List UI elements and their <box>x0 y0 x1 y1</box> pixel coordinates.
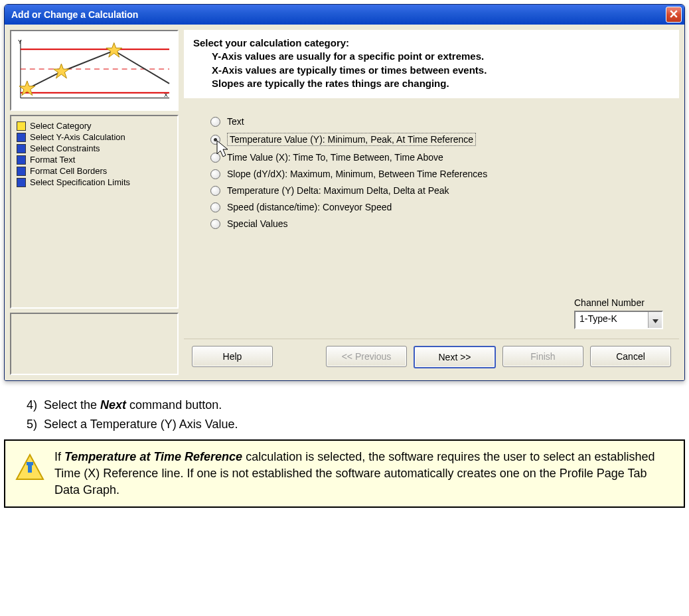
radio-option-time-value[interactable]: Time Value (X): Time To, Time Between, T… <box>210 152 664 163</box>
close-icon <box>670 9 678 20</box>
note-text: If Temperature at Time Reference calcula… <box>54 449 674 499</box>
left-column: Y X Selec <box>10 30 179 375</box>
description-panel <box>10 313 179 375</box>
note-text-bold: Temperature at Time Reference <box>64 450 242 463</box>
radio-option-slope[interactable]: Slope (dY/dX): Maximum, Minimum, Between… <box>210 169 664 179</box>
step-label: Format Text <box>30 155 75 165</box>
radio-icon <box>210 202 220 212</box>
step-marker-icon <box>17 155 26 165</box>
step-label: Select Y-Axis Calculation <box>30 132 125 142</box>
wizard-step[interactable]: Select Category <box>17 120 172 131</box>
radio-option-temperature-delta[interactable]: Temperature (Y) Delta: Maximum Delta, De… <box>210 185 664 196</box>
radio-label: Speed (distance/time): Conveyor Speed <box>227 202 392 212</box>
note-text-part: If <box>54 450 64 463</box>
radio-option-temperature-value[interactable]: Temperature Value (Y): Minimum, Peak, At… <box>210 133 664 146</box>
step-label: Select Constraints <box>30 143 100 153</box>
titlebar: Add or Change a Calculation <box>5 5 684 25</box>
radio-label: Time Value (X): Time To, Time Between, T… <box>227 152 443 163</box>
close-button[interactable] <box>666 7 682 23</box>
note-callout: If Temperature at Time Reference calcula… <box>4 439 685 508</box>
wizard-steps-panel: Select Category Select Y-Axis Calculatio… <box>10 115 179 309</box>
help-button[interactable]: Help <box>192 346 273 367</box>
step-text: Select a Temperature (Y) Axis Value. <box>44 418 238 431</box>
step-marker-icon <box>17 133 26 142</box>
chevron-down-icon <box>652 315 658 325</box>
step-text: Select the <box>44 398 100 412</box>
wizard-step[interactable]: Select Specification Limits <box>17 177 172 188</box>
step-marker-icon <box>17 121 26 131</box>
step-label: Select Category <box>30 121 92 131</box>
button-row: Help << Previous Next >> Finish Cancel <box>184 339 679 375</box>
wizard-step[interactable]: Format Cell Borders <box>17 165 172 177</box>
step-marker-icon <box>17 178 26 187</box>
preview-chart: Y X <box>10 30 179 111</box>
radio-icon <box>210 219 220 229</box>
step-label: Format Cell Borders <box>30 166 107 176</box>
radio-icon <box>210 153 220 163</box>
header-line: Y-Axis values are usually for a specific… <box>193 50 670 63</box>
radio-icon <box>210 186 220 196</box>
wizard-step[interactable]: Select Y-Axis Calculation <box>17 131 172 143</box>
step-text-bold: Next <box>100 398 126 412</box>
instruction-step-4: 4) Select the Next command button. <box>27 396 689 415</box>
previous-button: << Previous <box>326 346 407 367</box>
instruction-list: 4) Select the Next command button. 5) Se… <box>27 396 689 434</box>
button-label: << Previous <box>342 351 392 362</box>
radio-option-text[interactable]: Text <box>210 116 664 127</box>
channel-select[interactable]: 1-Type-K <box>574 311 663 329</box>
step-marker-icon <box>17 167 26 176</box>
instruction-step-5: 5) Select a Temperature (Y) Axis Value. <box>27 415 689 434</box>
button-label: Next >> <box>438 352 471 362</box>
options-panel: Text Temperature Value (Y): Minimum, Pea… <box>184 98 679 339</box>
step-label: Select Specification Limits <box>30 177 130 187</box>
svg-rect-13 <box>28 465 32 473</box>
tip-icon <box>15 453 45 488</box>
cancel-button[interactable]: Cancel <box>590 346 671 367</box>
client-area: Y X Selec <box>5 25 684 380</box>
step-marker-icon <box>17 144 26 153</box>
channel-number-group: Channel Number 1-Type-K <box>574 297 663 329</box>
dialog-window: Add or Change a Calculation Y X <box>4 4 685 381</box>
right-column: Select your calculation category: Y-Axis… <box>184 30 679 375</box>
channel-value: 1-Type-K <box>575 312 648 328</box>
instruction-header: Select your calculation category: Y-Axis… <box>184 30 679 98</box>
step-number: 4) <box>27 398 37 412</box>
window-title: Add or Change a Calculation <box>11 9 138 20</box>
radio-label: Special Values <box>227 218 288 229</box>
finish-button: Finish <box>502 346 583 367</box>
header-line: X-Axis values are typically times or tim… <box>193 64 670 77</box>
header-title: Select your calculation category: <box>193 37 670 50</box>
chart-icon: Y X <box>15 34 173 107</box>
svg-text:Y: Y <box>18 38 22 45</box>
channel-label: Channel Number <box>574 297 663 308</box>
radio-label: Temperature Value (Y): Minimum, Peak, At… <box>227 133 476 146</box>
radio-icon <box>210 169 220 179</box>
dropdown-button[interactable] <box>648 312 662 328</box>
step-text: command button. <box>126 398 222 412</box>
button-label: Finish <box>530 351 555 362</box>
radio-icon <box>210 135 220 145</box>
radio-option-special[interactable]: Special Values <box>210 218 664 229</box>
button-label: Help <box>223 351 242 362</box>
svg-marker-11 <box>652 319 658 323</box>
radio-icon <box>210 117 220 127</box>
radio-label: Slope (dY/dX): Maximum, Minimum, Between… <box>227 169 487 179</box>
radio-label: Text <box>227 116 244 127</box>
header-line: Slopes are typically the rates things ar… <box>193 77 670 90</box>
radio-option-speed[interactable]: Speed (distance/time): Conveyor Speed <box>210 202 664 212</box>
svg-marker-8 <box>54 64 70 78</box>
next-button[interactable]: Next >> <box>414 346 496 368</box>
wizard-step[interactable]: Select Constraints <box>17 143 172 154</box>
wizard-step[interactable]: Format Text <box>17 154 172 165</box>
radio-label: Temperature (Y) Delta: Maximum Delta, De… <box>227 185 449 196</box>
svg-marker-9 <box>106 42 122 57</box>
step-number: 5) <box>27 418 37 431</box>
button-label: Cancel <box>616 351 645 362</box>
svg-rect-14 <box>27 462 33 465</box>
